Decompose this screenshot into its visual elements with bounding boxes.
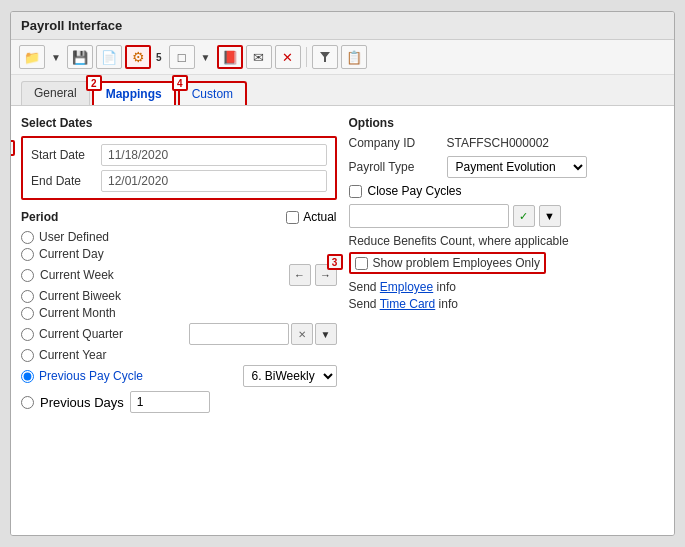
save-btn[interactable]: 💾 — [67, 45, 93, 69]
period-section: Period Actual User Defined Current Day — [21, 210, 337, 413]
left-panel: Select Dates 1 Start Date End Date — [21, 116, 337, 525]
radio-previous-days-label: Previous Days — [40, 395, 124, 410]
main-window: Payroll Interface 📁 ▼ 💾 📄 ⚙ 5 □ ▼ 📕 ✉ ✕ … — [10, 11, 675, 536]
company-id-value: STAFFSCH000002 — [447, 136, 550, 150]
start-date-label: Start Date — [31, 148, 101, 162]
show-problem-container: 3 Show problem Employees Only — [349, 252, 665, 274]
radio-user-defined-input[interactable] — [21, 231, 34, 244]
tab-mappings[interactable]: Mappings 2 — [92, 81, 176, 105]
quarter-x-btn[interactable]: ✕ — [291, 323, 313, 345]
previous-days-input[interactable] — [130, 391, 210, 413]
radio-current-week: Current Week ← → — [21, 264, 337, 286]
pdf-btn[interactable]: 📕 — [217, 45, 243, 69]
toolbar: 📁 ▼ 💾 📄 ⚙ 5 □ ▼ 📕 ✉ ✕ 📋 — [11, 40, 674, 75]
new-doc-dropdown-btn[interactable]: ▼ — [198, 45, 214, 69]
radio-current-day: Current Day — [21, 247, 337, 261]
end-date-row: End Date — [31, 170, 327, 192]
right-panel: Options Company ID STAFFSCH000002 Payrol… — [349, 116, 665, 525]
period-label: Period — [21, 210, 58, 224]
settings-badge: 5 — [156, 52, 162, 63]
radio-current-biweek-label: Current Biweek — [39, 289, 121, 303]
radio-previous-days-input[interactable] — [21, 396, 34, 409]
company-id-label: Company ID — [349, 136, 439, 150]
delete-btn[interactable]: ✕ — [275, 45, 301, 69]
close-pay-dropdown-row: ✓ ▼ — [349, 204, 665, 228]
folder-dropdown-btn[interactable]: ▼ — [48, 45, 64, 69]
title-bar: Payroll Interface — [11, 12, 674, 40]
radio-previous-pay-cycle-input[interactable] — [21, 370, 34, 383]
radio-current-quarter-input[interactable] — [21, 328, 34, 341]
select-dates-label: Select Dates — [21, 116, 337, 130]
options-label: Options — [349, 116, 665, 130]
radio-current-day-input[interactable] — [21, 248, 34, 261]
mappings-badge: 2 — [86, 75, 102, 91]
folder-btn[interactable]: 📁 — [19, 45, 45, 69]
payroll-type-label: Payroll Type — [349, 160, 439, 174]
close-pay-cycles-label: Close Pay Cycles — [368, 184, 462, 198]
send-employee-prefix: Send — [349, 280, 380, 294]
close-pay-value[interactable] — [349, 204, 509, 228]
radio-current-biweek: Current Biweek — [21, 289, 337, 303]
radio-current-quarter-label: Current Quarter — [39, 327, 123, 341]
badge-3: 3 — [327, 254, 343, 270]
new-doc-btn[interactable]: □ — [169, 45, 195, 69]
close-pay-check-btn[interactable]: ✓ — [513, 205, 535, 227]
tab-bar: General Mappings 2 Custom 4 — [11, 75, 674, 105]
send-timecard-row: Send Time Card info — [349, 297, 665, 311]
send-employee-row: Send Employee info — [349, 280, 665, 294]
previous-pay-cycle-select[interactable]: 6. BiWeekly — [243, 365, 337, 387]
close-pay-cycles-checkbox[interactable] — [349, 185, 362, 198]
company-id-row: Company ID STAFFSCH000002 — [349, 136, 665, 150]
quarter-value-display — [189, 323, 289, 345]
send-timecard-suffix: info — [439, 297, 458, 311]
payroll-type-select[interactable]: Payment Evolution — [447, 156, 587, 178]
tab-general[interactable]: General — [21, 81, 90, 105]
end-date-input[interactable] — [101, 170, 327, 192]
quarter-dropdown-btn[interactable]: ▼ — [315, 323, 337, 345]
radio-current-week-input[interactable] — [21, 269, 34, 282]
tab-custom[interactable]: Custom 4 — [178, 81, 247, 105]
start-date-row: Start Date — [31, 144, 327, 166]
radio-user-defined: User Defined — [21, 230, 337, 244]
content-area: Select Dates 1 Start Date End Date — [11, 105, 674, 535]
badge-1: 1 — [10, 140, 15, 156]
close-pay-cycles-row: Close Pay Cycles — [349, 184, 665, 198]
radio-current-year-input[interactable] — [21, 349, 34, 362]
reduce-benefits-label: Reduce Benefits Count, where applicable — [349, 234, 665, 248]
payroll-type-row: Payroll Type Payment Evolution — [349, 156, 665, 178]
prev-arrow-btn[interactable]: ← — [289, 264, 311, 286]
window-title: Payroll Interface — [21, 18, 122, 33]
radio-user-defined-label: User Defined — [39, 230, 109, 244]
close-pay-dropdown-btn[interactable]: ▼ — [539, 205, 561, 227]
radio-current-month-label: Current Month — [39, 306, 116, 320]
mail-btn[interactable]: ✉ — [246, 45, 272, 69]
send-timecard-link[interactable]: Time Card — [380, 297, 436, 311]
settings-btn[interactable]: ⚙ — [125, 45, 151, 69]
actual-label: Actual — [303, 210, 336, 224]
actual-checkbox[interactable] — [286, 211, 299, 224]
show-problem-row: Show problem Employees Only — [349, 252, 546, 274]
radio-previous-pay-cycle: Previous Pay Cycle 6. BiWeekly — [21, 365, 337, 387]
show-problem-label: Show problem Employees Only — [373, 256, 540, 270]
date-section: Start Date End Date — [21, 136, 337, 200]
filter-btn[interactable] — [312, 45, 338, 69]
radio-current-biweek-input[interactable] — [21, 290, 34, 303]
send-employee-suffix: info — [437, 280, 456, 294]
note-btn[interactable]: 📋 — [341, 45, 367, 69]
send-timecard-prefix: Send — [349, 297, 380, 311]
radio-current-month-input[interactable] — [21, 307, 34, 320]
show-problem-checkbox[interactable] — [355, 257, 368, 270]
send-employee-link[interactable]: Employee — [380, 280, 433, 294]
radio-current-year: Current Year — [21, 348, 337, 362]
radio-current-day-label: Current Day — [39, 247, 104, 261]
custom-badge: 4 — [172, 75, 188, 91]
doc-btn[interactable]: 📄 — [96, 45, 122, 69]
start-date-input[interactable] — [101, 144, 327, 166]
end-date-label: End Date — [31, 174, 101, 188]
radio-current-month: Current Month — [21, 306, 337, 320]
radio-current-year-label: Current Year — [39, 348, 106, 362]
radio-current-week-label: Current Week — [40, 268, 114, 282]
radio-previous-days: Previous Days — [21, 391, 337, 413]
radio-current-quarter: Current Quarter ✕ ▼ — [21, 323, 337, 345]
actual-check-row: Actual — [286, 210, 336, 224]
